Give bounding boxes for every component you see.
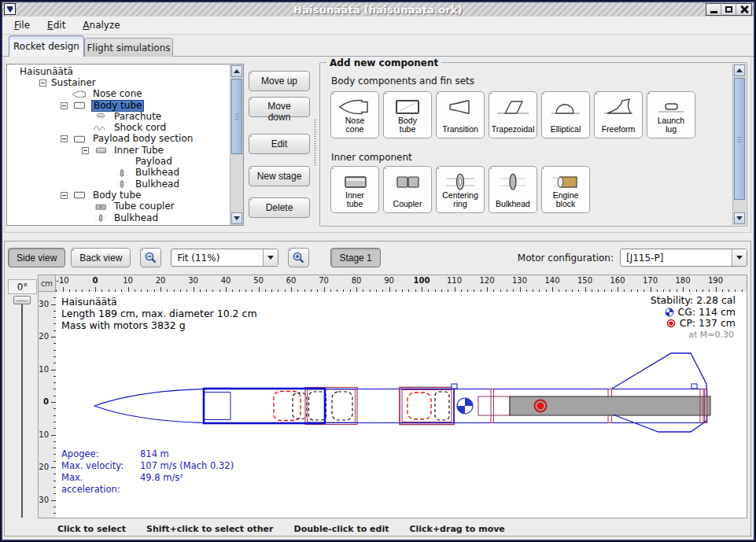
tree-row[interactable]: Bulkhead [7, 212, 230, 223]
tree-item-label[interactable]: Haisunäätä [18, 67, 75, 77]
scroll-down-button[interactable] [734, 212, 745, 224]
add-component-button[interactable]: Coupler [383, 166, 432, 213]
rocket-figure-canvas[interactable]: Haisunäätä Length 189 cm, max. diameter … [56, 292, 747, 518]
component-icon [92, 213, 109, 223]
tree-row[interactable]: Parachute [7, 111, 230, 122]
tree-item-label[interactable]: Bulkhead [134, 168, 181, 178]
tree-item-label[interactable]: Sustainer [50, 78, 98, 88]
tree-row[interactable]: Nose cone [7, 89, 230, 100]
zoom-in-button[interactable] [288, 248, 309, 267]
bulkhead-outline[interactable] [435, 392, 449, 420]
parachute-outline[interactable] [274, 392, 301, 421]
tree-action-button[interactable]: New stage [249, 166, 310, 186]
add-component-button[interactable]: Trapezoidal [489, 91, 537, 138]
tree-row[interactable]: Body tube [7, 190, 230, 201]
tree-item-label[interactable]: Parachute [112, 112, 163, 122]
tree-row[interactable]: Payload body section [7, 134, 230, 145]
close-button[interactable] [736, 4, 751, 15]
add-component-button[interactable]: Launch lug [647, 91, 695, 138]
stage-1-toggle[interactable]: Stage 1 [330, 248, 380, 267]
menu-item[interactable]: Analyze [76, 18, 127, 32]
tree-scrollbar[interactable] [230, 65, 243, 225]
rotation-slider-thumb[interactable] [13, 296, 31, 304]
tree-row[interactable]: Payload [7, 156, 230, 167]
payload-outline[interactable] [309, 392, 326, 420]
collapse-toggle-icon[interactable] [61, 135, 68, 142]
component-panel-scrollbar[interactable] [732, 64, 746, 225]
add-component-button[interactable]: Transition [436, 91, 485, 138]
max-velocity-value: 107 m/s (Mach 0.32) [140, 460, 234, 472]
menu-item[interactable]: File [7, 18, 37, 32]
tree-row[interactable]: Bulkhead [7, 179, 230, 190]
tree-item-label[interactable]: Bulkhead [134, 179, 181, 190]
ruler-label: 2 [746, 276, 747, 285]
launch-lug-2[interactable] [691, 384, 697, 389]
combo-arrow-button[interactable] [732, 249, 747, 266]
tree-item-label[interactable]: Body tube [91, 190, 142, 201]
menu-item[interactable]: Edit [40, 18, 72, 32]
nose-cone-shape[interactable] [94, 389, 204, 423]
collapse-toggle-icon[interactable] [82, 147, 89, 154]
launch-lug-1[interactable] [452, 384, 457, 389]
collapse-toggle-icon[interactable] [61, 192, 68, 199]
add-component-button[interactable]: Body tube [383, 91, 432, 138]
add-component-button[interactable]: Freeform [594, 91, 643, 138]
tree-row[interactable]: Tube coupler [7, 201, 230, 212]
scrollbar-thumb[interactable] [734, 78, 745, 200]
tree-row[interactable]: Haisunäätä [7, 66, 230, 77]
tree-action-button[interactable]: Delete [249, 197, 310, 218]
collapse-toggle-icon[interactable] [61, 102, 68, 109]
zoom-level-select[interactable]: Fit (11%) [171, 249, 278, 267]
body-tube-selected[interactable] [204, 389, 325, 423]
ruler-label: 160 [610, 276, 625, 285]
tree-row[interactable]: Sustainer [7, 77, 230, 88]
tree-item-label[interactable]: Shock cord [112, 123, 168, 133]
add-component-button[interactable]: Nose cone [330, 91, 379, 138]
collapse-toggle-icon[interactable] [39, 79, 46, 87]
scroll-down-button[interactable] [231, 212, 242, 224]
component-shape-icon [337, 97, 372, 117]
tab[interactable]: Flight simulations [84, 38, 173, 57]
shock-cord-outline[interactable] [293, 393, 307, 419]
tree-item-label[interactable]: Inner Tube [112, 146, 165, 156]
tab[interactable]: Rocket design [9, 35, 84, 57]
tree-item-label[interactable]: Payload body section [91, 134, 194, 144]
back-view-button[interactable]: Back view [71, 248, 131, 267]
zoom-out-button[interactable] [140, 248, 161, 267]
tree-row[interactable]: Bulkhead [7, 168, 230, 179]
tree-item-label[interactable]: Tube coupler [112, 201, 176, 212]
tree-item-label[interactable]: Payload [134, 157, 174, 167]
tree-row[interactable]: Inner Tube [7, 145, 230, 156]
payload-outline-2[interactable] [332, 392, 352, 420]
motor-configuration-select[interactable]: [J115-P] [620, 249, 747, 267]
minimize-button[interactable] [706, 4, 721, 15]
fin-top[interactable] [612, 353, 706, 389]
combo-arrow-button[interactable] [263, 249, 278, 266]
centering-ring-1[interactable] [491, 389, 494, 423]
tree-action-button[interactable]: Move down [249, 97, 310, 117]
tree-item-label[interactable]: Bulkhead [112, 213, 160, 223]
tree-action-button[interactable]: Edit [249, 134, 310, 154]
add-component-button[interactable]: Inner tube [330, 166, 379, 213]
add-component-button[interactable]: Centering ring [436, 166, 485, 213]
maximize-button[interactable] [721, 4, 736, 15]
tree-item-label[interactable]: Nose cone [91, 89, 144, 99]
scroll-up-button[interactable] [734, 65, 745, 76]
cg-marker[interactable] [457, 398, 473, 414]
chevron-down-icon [736, 256, 743, 260]
nose-shoulder[interactable] [204, 393, 230, 420]
tree-action-button[interactable]: Move up [249, 71, 310, 91]
parachute-2-outline[interactable] [408, 393, 431, 419]
tree-row[interactable]: Shock cord [7, 122, 230, 133]
scrollbar-thumb[interactable] [231, 79, 242, 154]
side-view-button[interactable]: Side view [8, 248, 65, 267]
app-icon[interactable] [4, 3, 16, 15]
add-component-button[interactable]: Bulkhead [489, 166, 537, 213]
tree-item-label[interactable]: Body tube [91, 100, 144, 112]
add-component-button[interactable]: Elliptical [541, 91, 590, 138]
title-bar[interactable]: Haisunäätä (haisunaata.ork) [2, 2, 754, 17]
scroll-up-button[interactable] [231, 65, 242, 77]
rotation-slider-track[interactable] [21, 300, 23, 518]
add-component-button[interactable]: Engine block [541, 166, 590, 213]
tree-row[interactable]: Body tube [7, 100, 230, 111]
